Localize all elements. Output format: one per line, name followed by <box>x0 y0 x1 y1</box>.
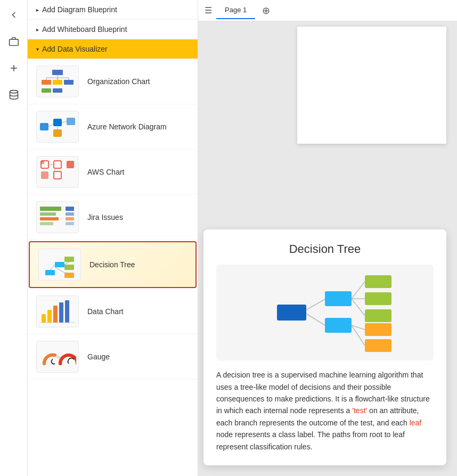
back-button[interactable] <box>5 6 22 23</box>
svg-rect-40 <box>64 257 74 262</box>
svg-rect-25 <box>67 161 74 168</box>
azure-network-label: Azure Network Diagram <box>87 122 167 131</box>
org-chart-label: Organization Chart <box>87 77 150 86</box>
sidebar-section-diagram[interactable]: ▸ Add Diagram Blueprint <box>28 0 198 20</box>
svg-line-62 <box>306 314 325 325</box>
svg-rect-47 <box>42 314 46 323</box>
org-chart-thumb <box>36 65 79 97</box>
svg-line-19 <box>48 124 53 127</box>
svg-rect-26 <box>41 171 48 179</box>
svg-rect-56 <box>365 292 391 305</box>
list-item-data-chart[interactable]: Data Chart <box>28 289 198 334</box>
svg-rect-13 <box>42 88 51 93</box>
sidebar: ▸ Add Diagram Blueprint ▸ Add Whiteboard… <box>28 0 198 476</box>
svg-line-20 <box>62 121 67 122</box>
jira-issues-thumb <box>36 201 79 233</box>
svg-rect-54 <box>325 291 352 306</box>
add-icon[interactable] <box>5 60 22 77</box>
aws-chart-label: AWS Chart <box>87 168 125 176</box>
list-item-aws-chart[interactable]: AWS Chart <box>28 150 198 195</box>
database-icon[interactable] <box>5 86 22 103</box>
svg-rect-51 <box>65 300 69 323</box>
svg-rect-49 <box>53 306 58 323</box>
svg-rect-24 <box>54 161 61 168</box>
svg-line-61 <box>306 299 325 310</box>
list-item-azure-network[interactable]: Azure Network Diagram <box>28 104 198 150</box>
sidebar-section-visualizer-label: Add Data Visualizer <box>42 45 108 53</box>
svg-rect-37 <box>66 222 74 225</box>
svg-rect-39 <box>45 270 55 275</box>
svg-rect-33 <box>40 222 53 225</box>
chevron-right-icon: ▸ <box>36 7 39 13</box>
svg-rect-55 <box>365 275 391 288</box>
svg-rect-27 <box>54 171 61 179</box>
svg-rect-7 <box>64 80 74 85</box>
list-item-org-chart[interactable]: Organization Chart <box>28 59 198 104</box>
svg-rect-59 <box>365 323 391 336</box>
svg-rect-50 <box>59 302 63 323</box>
briefcase-icon[interactable] <box>5 33 22 50</box>
list-item-jira-issues[interactable]: Jira Issues <box>28 195 198 240</box>
svg-rect-16 <box>53 119 62 126</box>
left-toolbar <box>0 0 28 476</box>
svg-rect-35 <box>66 212 74 216</box>
decision-tree-thumb <box>38 249 81 281</box>
tab-page-1-label: Page 1 <box>225 6 247 14</box>
tab-menu-icon[interactable]: ☰ <box>205 5 212 15</box>
visualizer-list: Organization Chart Azure Network Diagram <box>28 59 198 380</box>
canvas-area[interactable]: Decision Tree <box>198 21 457 476</box>
svg-rect-48 <box>47 310 52 323</box>
svg-rect-0 <box>9 39 18 46</box>
detail-panel: Decision Tree <box>203 229 446 465</box>
azure-network-thumb <box>36 111 79 143</box>
jira-issues-label: Jira Issues <box>87 213 123 221</box>
page-preview <box>297 27 446 144</box>
detail-title: Decision Tree <box>216 242 434 256</box>
svg-rect-6 <box>53 80 62 85</box>
list-item-decision-tree[interactable]: Decision Tree <box>29 241 197 288</box>
svg-rect-58 <box>325 318 352 333</box>
decision-tree-label: Decision Tree <box>89 260 135 269</box>
svg-line-44 <box>64 262 69 265</box>
svg-rect-38 <box>55 262 64 267</box>
tab-bar: ☰ Page 1 ⊕ <box>198 0 457 21</box>
svg-rect-60 <box>365 339 391 352</box>
tab-add-button[interactable]: ⊕ <box>259 4 272 17</box>
detail-image <box>216 265 434 360</box>
detail-description: A decision tree is a supervised machine … <box>216 369 434 453</box>
sidebar-section-diagram-label: Add Diagram Blueprint <box>42 5 117 14</box>
svg-rect-36 <box>66 217 74 220</box>
svg-rect-31 <box>40 212 56 216</box>
chevron-right-icon-2: ▸ <box>36 27 39 32</box>
aws-chart-thumb <box>36 156 79 188</box>
svg-line-43 <box>50 265 55 270</box>
main-content: ☰ Page 1 ⊕ Decision Tree <box>198 0 457 476</box>
gauge-label: Gauge <box>87 352 110 361</box>
chevron-down-icon: ▾ <box>36 46 39 52</box>
svg-rect-30 <box>40 207 61 211</box>
svg-rect-5 <box>42 80 51 85</box>
svg-rect-53 <box>277 305 306 321</box>
svg-line-67 <box>352 325 365 346</box>
svg-rect-15 <box>40 123 48 130</box>
svg-rect-17 <box>67 118 75 125</box>
svg-rect-18 <box>53 129 62 137</box>
svg-rect-14 <box>53 88 62 93</box>
svg-line-65 <box>352 299 365 316</box>
sidebar-section-whiteboard-label: Add Whiteboard Blueprint <box>42 25 127 34</box>
list-item-gauge[interactable]: Gauge <box>28 334 198 380</box>
data-chart-label: Data Chart <box>87 307 124 316</box>
svg-line-63 <box>352 282 365 299</box>
sidebar-section-whiteboard[interactable]: ▸ Add Whiteboard Blueprint <box>28 20 198 39</box>
tab-page-1[interactable]: Page 1 <box>216 2 255 19</box>
svg-point-3 <box>10 91 18 93</box>
svg-rect-23 <box>41 161 44 164</box>
svg-rect-4 <box>52 70 63 75</box>
svg-rect-32 <box>40 217 59 220</box>
svg-rect-34 <box>66 207 74 211</box>
data-chart-thumb <box>36 296 79 327</box>
gauge-thumb <box>36 341 79 373</box>
sidebar-section-visualizer[interactable]: ▾ Add Data Visualizer <box>28 39 198 59</box>
svg-rect-57 <box>365 309 391 322</box>
